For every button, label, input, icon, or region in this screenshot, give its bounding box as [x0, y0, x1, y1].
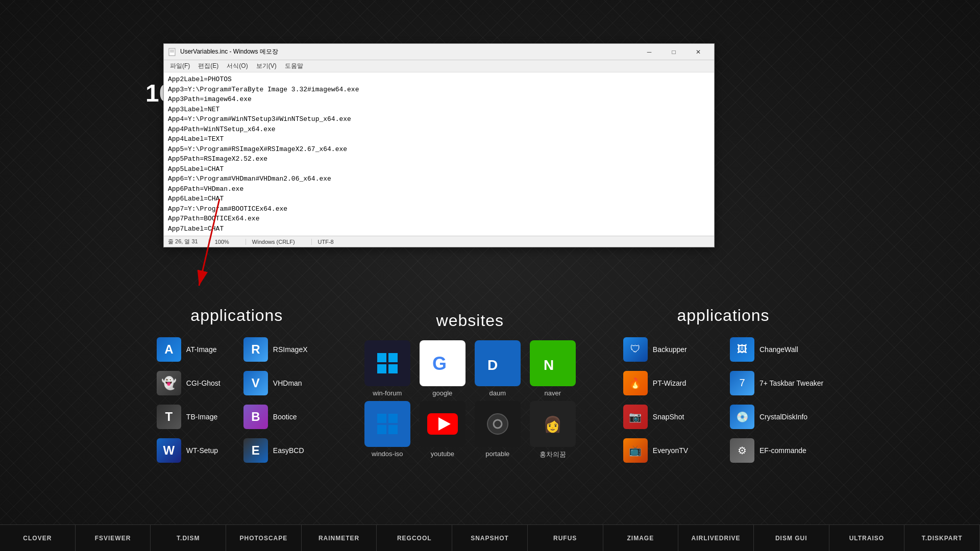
taskbar-item[interactable]: DISM GUI [754, 525, 829, 551]
app-item[interactable]: 🛡 Backupper [619, 335, 721, 364]
taskbar-item[interactable]: RegCool [377, 525, 452, 551]
notepad-line[interactable]: App4Label=TEXT [168, 134, 710, 144]
notepad-line[interactable]: App7=Y:\Program#BOOTICEx64.exe [168, 204, 710, 214]
svg-text:D: D [487, 357, 498, 373]
website-item[interactable]: 👩 홍차의꿈 [527, 401, 578, 459]
menu-file[interactable]: 파일(F) [166, 61, 194, 71]
close-button[interactable]: ✕ [687, 45, 710, 59]
taskbar-item[interactable]: PhotoScape [226, 525, 302, 551]
svg-rect-13 [377, 414, 386, 423]
notepad-line[interactable]: App6=Y:\Program#VHDman#VHDman2.06_x64.ex… [168, 174, 710, 184]
notepad-line[interactable]: App3Path=imagew64.exe [168, 94, 710, 105]
maximize-button[interactable]: □ [662, 45, 685, 59]
website-grid: win-forum G google D daum N naver windos… [362, 340, 578, 459]
notepad-line[interactable]: App6Label=CHAT [168, 194, 710, 204]
website-label: naver [545, 389, 561, 397]
app-icon: 7 [730, 371, 754, 395]
menu-edit[interactable]: 편집(E) [194, 61, 223, 71]
notepad-line[interactable]: App4Path=WinNTSetup_x64.exe [168, 124, 710, 135]
website-icon: N [530, 340, 576, 386]
website-item[interactable]: windos-iso [362, 401, 413, 459]
taskbar-item[interactable]: Rufus [528, 525, 603, 551]
website-label: youtube [431, 450, 454, 458]
notepad-line[interactable]: App4=Y:\Program#WinNTSetup3#WinNTSetup_x… [168, 114, 710, 124]
taskbar-item[interactable]: CLOVER [0, 525, 76, 551]
app-item[interactable]: 🔥 PT-Wizard [619, 369, 721, 397]
app-item[interactable]: R RSImageX [239, 335, 321, 364]
taskbar-item[interactable]: FSViewer [76, 525, 151, 551]
taskbar-item[interactable]: Rainmeter [302, 525, 377, 551]
taskbar-item[interactable]: AirLiveDrive [678, 525, 754, 551]
notepad-controls: ─ □ ✕ [638, 45, 710, 59]
notepad-content[interactable]: App2Label=PHOTOSApp3=Y:\Program#TeraByte… [164, 72, 714, 236]
notepad-line[interactable]: App3Label=NET [168, 105, 710, 115]
right-app-grid: 🛡 Backupper 🖼 ChangeWall 🔥 PT-Wizard 7 7… [619, 335, 827, 465]
website-item[interactable]: portable [472, 401, 523, 459]
app-item[interactable]: 👻 CGI-Ghost [153, 369, 234, 397]
notepad-line[interactable]: App5Label=CHAT [168, 164, 710, 174]
app-item[interactable]: 📷 SnapShot [619, 403, 721, 431]
website-item[interactable]: G google [417, 340, 468, 397]
notepad-title: UserVariables.inc - Windows 메모장 [180, 47, 638, 56]
notepad-line[interactable]: App2Label=PHOTOS [168, 74, 710, 85]
svg-rect-16 [388, 425, 398, 434]
website-item[interactable]: win-forum [362, 340, 413, 397]
website-label: portable [485, 450, 509, 458]
app-item[interactable]: 💿 CrystalDiskInfo [726, 403, 827, 431]
notepad-line[interactable]: App7Label=CHAT [168, 224, 710, 234]
app-icon: R [243, 337, 268, 362]
websites-title: websites [436, 311, 504, 330]
app-icon: ⚙ [730, 438, 754, 463]
website-label: google [432, 389, 452, 397]
app-item[interactable]: 🖼 ChangeWall [726, 335, 827, 364]
app-icon: B [243, 405, 268, 429]
svg-rect-7 [388, 353, 398, 362]
app-label: EF-commande [760, 446, 806, 455]
svg-rect-9 [388, 364, 398, 373]
menu-format[interactable]: 서식(O) [223, 61, 252, 71]
taskbar-item[interactable]: zimage [603, 525, 679, 551]
notepad-line[interactable]: App7Path=BOOTICEx64.exe [168, 214, 710, 224]
notepad-line[interactable]: App8=Y:\Program#EasyBCD2.4.exe [168, 234, 710, 236]
menu-view[interactable]: 보기(V) [252, 61, 281, 71]
taskbar-item[interactable]: SnapShot [452, 525, 528, 551]
website-label: win-forum [373, 389, 402, 397]
app-label: PT-Wizard [653, 379, 686, 387]
app-icon: 📷 [623, 405, 648, 429]
notepad-line[interactable]: App6Path=VHDman.exe [168, 184, 710, 194]
notepad-line[interactable]: App5=Y:\Program#RSImageX#RSImageX2.67_x6… [168, 144, 710, 155]
taskbar-item[interactable]: T.DISM [151, 525, 226, 551]
status-line-col: 줄 26, 열 31 [168, 238, 198, 245]
menu-help[interactable]: 도움말 [281, 61, 307, 71]
notepad-line[interactable]: App5Path=RSImageX2.52.exe [168, 154, 710, 164]
app-label: TB-Image [186, 413, 217, 421]
app-icon: E [243, 438, 268, 463]
taskbar-item[interactable]: T.DiskPart [904, 525, 980, 551]
app-item[interactable]: T TB-Image [153, 403, 234, 431]
app-icon: A [157, 337, 181, 362]
app-item[interactable]: E EasyBCD [239, 436, 321, 465]
website-item[interactable]: youtube [417, 401, 468, 459]
website-icon [475, 401, 521, 447]
app-item[interactable]: ⚙ EF-commande [726, 436, 827, 465]
app-label: Backupper [653, 345, 687, 354]
app-item[interactable]: B Bootice [239, 403, 321, 431]
app-item[interactable]: W WT-Setup [153, 436, 234, 465]
status-zoom: 100% [208, 239, 235, 245]
website-icon: 👩 [530, 401, 576, 447]
notepad-line[interactable]: App3=Y:\Program#TeraByte Image 3.32#imag… [168, 85, 710, 95]
app-item[interactable]: V VHDman [239, 369, 321, 397]
website-icon: G [420, 340, 465, 386]
status-line-ending: Windows (CRLF) [246, 239, 301, 245]
minimize-button[interactable]: ─ [638, 45, 661, 59]
app-item[interactable]: 📺 EveryonTV [619, 436, 721, 465]
status-encoding: UTF-8 [311, 239, 340, 245]
website-item[interactable]: N naver [527, 340, 578, 397]
app-label: Bootice [273, 413, 297, 421]
app-item[interactable]: A AT-Image [153, 335, 234, 364]
website-label: daum [489, 389, 506, 397]
taskbar-item[interactable]: UltraISO [829, 525, 905, 551]
website-item[interactable]: D daum [472, 340, 523, 397]
app-item[interactable]: 7 7+ Taskbar Tweaker [726, 369, 827, 397]
svg-text:N: N [544, 357, 554, 373]
